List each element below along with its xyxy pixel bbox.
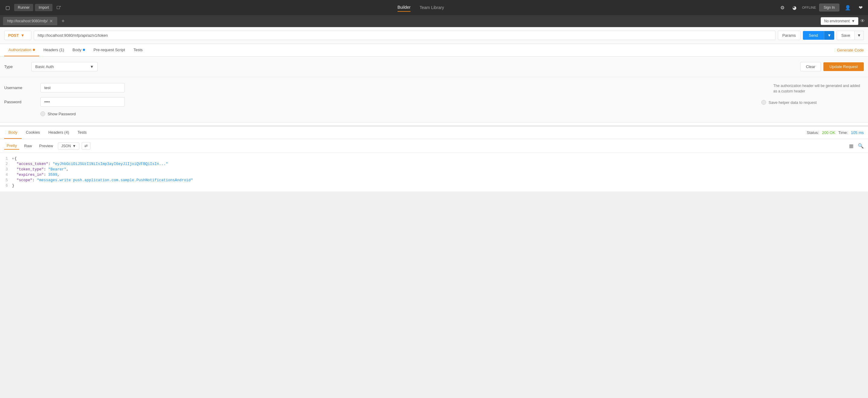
generate-code-button[interactable]: Generate Code: [837, 48, 864, 53]
top-nav: ▢ Runner Import □+ Builder Team Library …: [0, 0, 868, 15]
params-button[interactable]: Params: [778, 31, 801, 40]
update-request-button[interactable]: Update Request: [824, 62, 864, 71]
copy-button[interactable]: ▦: [849, 143, 854, 149]
save-button[interactable]: Save: [837, 31, 855, 40]
code-line-2: 2 "access_token": "eyJhbGciOiJSUzI1NiIsI…: [0, 161, 868, 167]
import-button[interactable]: Import: [35, 4, 53, 11]
format-select[interactable]: JSON ▼: [58, 142, 79, 150]
code-line-3: 3 "token_type": "Bearer",: [0, 167, 868, 172]
type-row: Type Basic Auth ▼: [4, 62, 98, 71]
tab-headers[interactable]: Headers (1): [39, 44, 68, 56]
save-button-group: Save ▼: [837, 31, 864, 40]
active-tab[interactable]: http://localhost:9080/mfp/ ✕: [3, 17, 57, 25]
nav-center-tabs: Builder Team Library: [65, 3, 776, 12]
format-preview-button[interactable]: Preview: [37, 142, 56, 149]
settings-icon[interactable]: ⚙: [778, 3, 787, 12]
auth-note: The authorization header will be generat…: [773, 83, 864, 94]
env-selector: No environment ▼ 👁: [821, 17, 865, 25]
tab-tests[interactable]: Tests: [129, 44, 147, 56]
code-view: 1 ▼ { 2 "access_token": "eyJhbGciOiJSUzI…: [0, 153, 868, 192]
send-dropdown-button[interactable]: ▼: [824, 31, 834, 40]
status-label: Status:: [807, 130, 819, 135]
chevron-down-icon: ▼: [851, 19, 855, 23]
auth-fields: Username Password Show Password The auth…: [0, 77, 868, 123]
send-button-group: Send ▼: [803, 31, 835, 40]
code-line-1: 1 ▼ {: [0, 156, 868, 161]
team-library-tab[interactable]: Team Library: [420, 3, 444, 12]
eye-button[interactable]: 👁: [860, 19, 865, 24]
format-raw-button[interactable]: Raw: [22, 142, 34, 149]
tab-bar: http://localhost:9080/mfp/ ✕ + No enviro…: [0, 15, 868, 27]
time-label: Time:: [838, 130, 848, 135]
time-value: 105 ms: [851, 130, 864, 135]
new-tab-button[interactable]: +: [59, 18, 67, 25]
auth-actions: Clear Update Request: [800, 62, 864, 71]
request-bar: POST ▼ Params Send ▼ Save ▼: [0, 27, 868, 44]
send-button[interactable]: Send: [803, 31, 824, 40]
offline-badge: OFFLINE: [802, 6, 816, 9]
response-section: Body Cookies Headers (4) Tests Status: 2…: [0, 126, 868, 192]
env-dropdown[interactable]: No environment ▼: [821, 17, 858, 25]
password-label: Password: [4, 100, 34, 104]
runner-button[interactable]: Runner: [14, 4, 33, 11]
sidebar-toggle-button[interactable]: ▢: [3, 3, 12, 12]
response-tab-tests[interactable]: Tests: [73, 127, 91, 139]
username-label: Username: [4, 86, 34, 90]
save-helper-checkbox[interactable]: [761, 100, 766, 105]
tab-body[interactable]: Body: [68, 44, 90, 56]
chevron-down-icon: ▼: [90, 64, 94, 69]
heart-icon[interactable]: ❤: [856, 3, 865, 12]
search-button[interactable]: 🔍: [858, 143, 864, 149]
show-password-checkbox[interactable]: [40, 111, 45, 116]
chevron-down-icon: ▼: [72, 144, 76, 148]
username-row: Username: [4, 83, 749, 92]
format-pretty-button[interactable]: Pretty: [4, 142, 19, 150]
builder-tab[interactable]: Builder: [398, 3, 411, 12]
password-input[interactable]: [40, 97, 125, 107]
response-tabs-bar: Body Cookies Headers (4) Tests Status: 2…: [0, 127, 868, 139]
save-helper-label: Save helper data to request: [769, 100, 817, 105]
user-icon[interactable]: 👤: [842, 3, 853, 12]
nav-right: ⚙ ◕ OFFLINE Sign In 👤 ❤: [778, 3, 865, 12]
sign-in-button[interactable]: Sign In: [819, 4, 839, 11]
password-row: Password: [4, 97, 749, 107]
username-input[interactable]: [40, 83, 125, 92]
authorization-dot: [33, 49, 35, 51]
collapse-icon[interactable]: ▼: [12, 157, 14, 161]
status-value: 200 OK: [822, 130, 835, 135]
response-tab-headers[interactable]: Headers (4): [44, 127, 73, 139]
response-tab-cookies[interactable]: Cookies: [22, 127, 44, 139]
close-tab-icon[interactable]: ✕: [50, 19, 53, 24]
tab-pre-request-script[interactable]: Pre-request Script: [89, 44, 129, 56]
code-line-6: 6 }: [0, 183, 868, 189]
satellite-icon[interactable]: ◕: [790, 3, 799, 12]
code-line-5: 5 "scope": "messages.write push.applicat…: [0, 178, 868, 183]
response-format-bar: Pretty Raw Preview JSON ▼ ⇄ ▦ 🔍: [0, 139, 868, 153]
main-content: POST ▼ Params Send ▼ Save ▼ Authorizatio…: [0, 27, 868, 192]
show-password-label: Show Password: [48, 112, 76, 116]
response-tab-body[interactable]: Body: [4, 127, 22, 139]
save-dropdown-button[interactable]: ▼: [855, 31, 864, 40]
wrap-button[interactable]: ⇄: [82, 142, 90, 150]
clear-button[interactable]: Clear: [800, 62, 821, 71]
save-helper-row: Save helper data to request: [761, 100, 864, 105]
tab-authorization[interactable]: Authorization: [4, 44, 39, 56]
type-label: Type: [4, 64, 22, 69]
body-dot: [83, 49, 85, 51]
method-dropdown[interactable]: POST ▼: [4, 31, 31, 40]
auth-type-dropdown[interactable]: Basic Auth ▼: [31, 62, 98, 71]
request-tabs: Authorization Headers (1) Body Pre-reque…: [0, 44, 868, 57]
code-line-4: 4 "expires_in": 3599,: [0, 172, 868, 178]
url-input[interactable]: [34, 31, 775, 40]
status-area: Status: 200 OK Time: 105 ms: [807, 130, 864, 135]
chevron-down-icon: ▼: [21, 33, 24, 38]
show-password-row: Show Password: [40, 111, 749, 116]
new-window-button[interactable]: □+: [54, 3, 63, 12]
